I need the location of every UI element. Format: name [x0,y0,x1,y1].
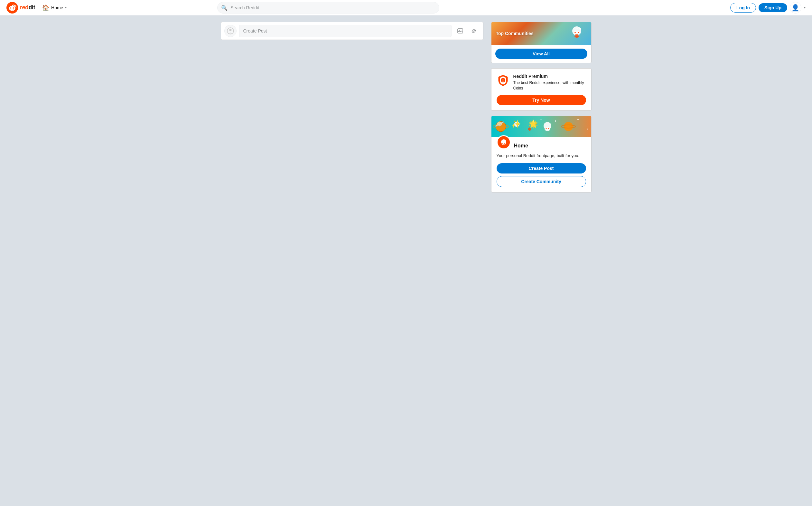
home-card-avatar [497,135,511,149]
svg-point-39 [504,143,505,144]
svg-point-33 [540,119,541,120]
home-card-content: Home Your personal Reddit frontpage, bui… [491,137,591,192]
svg-point-23 [514,122,520,127]
user-menu-button[interactable]: 👤 [790,2,801,13]
premium-info: Reddit Premium The best Reddit experienc… [513,74,586,91]
reddit-premium-card: Reddit Premium The best Reddit experienc… [491,68,592,111]
svg-point-7 [229,29,232,31]
svg-point-5 [15,5,16,6]
home-card-description: Your personal Reddit frontpage, built fo… [497,153,586,159]
svg-point-32 [555,120,556,122]
search-bar: 🔍 [217,2,439,13]
svg-point-3 [13,7,14,9]
premium-title: Reddit Premium [513,74,586,79]
svg-point-9 [459,30,460,31]
top-communities-card: Top Communities View All [491,22,592,63]
signup-button[interactable]: Sign Up [758,3,787,12]
svg-point-28 [546,128,546,129]
top-communities-body: View All [491,45,591,63]
svg-point-38 [502,143,503,144]
feed-area [221,22,483,192]
sidebar: Top Communities View All [491,22,592,192]
create-post-bar [221,22,483,40]
search-input[interactable] [217,2,439,13]
home-card-banner [491,116,591,137]
svg-point-16 [501,78,505,82]
svg-point-24 [514,122,520,127]
svg-point-29 [548,128,549,129]
home-nav-chevron: ▾ [65,6,67,9]
svg-point-17 [502,80,503,80]
create-post-link-button[interactable] [468,25,480,37]
svg-point-27 [545,127,550,131]
header: reddit 🏠 Home ▾ 🔍 Log In Sign Up 👤 ▾ [0,0,812,15]
svg-point-13 [578,32,579,33]
reddit-logo[interactable]: reddit [6,2,35,13]
top-communities-snoo [569,24,585,43]
premium-shield-icon [497,74,510,87]
svg-point-34 [577,119,579,120]
link-icon [470,28,477,34]
try-now-button[interactable]: Try Now [497,95,586,105]
svg-point-2 [10,7,12,9]
home-nav-label: Home [51,5,63,10]
create-post-icons [454,25,480,37]
svg-point-12 [574,32,576,33]
image-icon [457,28,463,34]
search-icon: 🔍 [221,4,228,11]
create-community-button[interactable]: Create Community [497,176,586,187]
login-button[interactable]: Log In [730,3,756,13]
reddit-wordmark: reddit [20,4,35,11]
premium-header: Reddit Premium The best Reddit experienc… [497,74,586,91]
svg-point-30 [564,122,573,131]
reddit-logo-svg [6,2,18,13]
home-card-identity: Home [497,142,586,149]
main-container: Top Communities View All [213,15,599,199]
create-post-avatar [224,25,237,37]
svg-point-35 [587,129,588,130]
svg-point-18 [503,80,504,80]
home-icon: 🏠 [42,4,49,11]
header-actions: Log In Sign Up 👤 ▾ [730,2,806,13]
svg-rect-8 [458,29,463,33]
create-post-input[interactable] [239,25,452,37]
premium-description: The best Reddit experience, with monthly… [513,80,586,91]
svg-point-22 [493,124,509,129]
top-communities-banner: Top Communities [491,22,591,45]
create-post-image-button[interactable] [454,25,466,37]
top-communities-title: Top Communities [496,31,534,36]
user-menu-chevron: ▾ [804,6,806,9]
home-nav-button[interactable]: 🏠 Home ▾ [39,2,70,13]
view-all-button[interactable]: View All [495,49,588,59]
home-card-name: Home [514,143,528,149]
home-create-post-button[interactable]: Create Post [497,163,586,173]
svg-point-25 [528,128,531,131]
svg-point-15 [574,35,579,38]
home-card: Home Your personal Reddit frontpage, bui… [491,116,592,193]
